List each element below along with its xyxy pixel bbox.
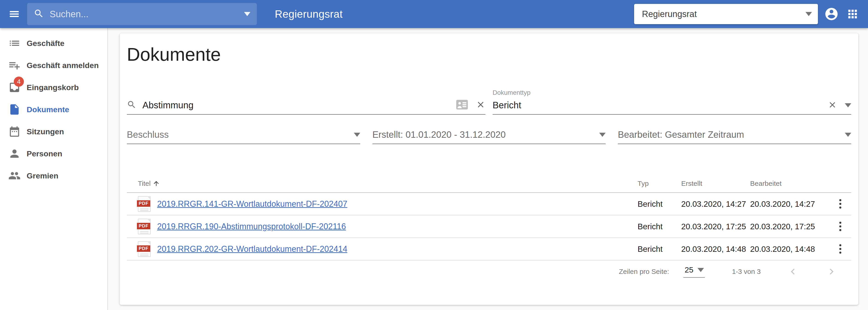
appbar: Suchen... Regierungsrat Regierungsrat [0,0,868,28]
sidebar-item-label: Personen [27,149,62,158]
sidebar-item-sitzungen[interactable]: Sitzungen [0,120,107,143]
typ-cell: Bericht [638,222,662,231]
inbox-icon: 4 [8,81,21,94]
sidebar-item-label: Gremien [27,171,58,180]
search-icon [127,100,136,110]
bearbeitet-cell: 20.03.2020, 14:27 [750,199,815,208]
rows-per-page-select[interactable]: 25 [683,265,705,278]
pdf-file-icon: PDF [138,219,151,234]
row-actions-kebab-icon[interactable] [837,243,843,255]
apps-grid-icon[interactable] [846,7,859,21]
table-header-row: Titel Typ Erstellt Bearbeitet [127,174,851,193]
pdf-file-icon: PDF [138,241,151,257]
sidebar-item-label: Geschäfte [27,39,64,48]
menu-icon[interactable] [8,7,21,21]
erstellt-dropdown-icon [599,133,606,137]
beschluss-dropdown-icon [354,133,360,137]
sort-ascending-icon[interactable] [153,180,160,187]
sidebar-item-geschaeft-anmelden[interactable]: Geschäft anmelden [0,54,107,76]
sidebar-item-eingangskorb[interactable]: 4 Eingangskorb [0,76,107,98]
bearbeitet-filter[interactable]: Bearbeitet: Gesamter Zeitraum [618,121,851,144]
rows-per-page-value: 25 [685,265,693,274]
sidebar-item-label: Eingangskorb [27,83,79,92]
clear-search-icon[interactable] [476,100,486,110]
calendar-icon [8,125,21,138]
column-header-titel[interactable]: Titel [138,179,151,188]
bearbeitet-cell: 20.03.2020, 14:48 [750,245,815,253]
tenant-select[interactable]: Regierungsrat [634,4,818,24]
bearbeitet-dropdown-icon [845,133,851,137]
typ-cell: Bericht [638,199,662,208]
document-link[interactable]: 2019.RRGR.202-GR-Wortlautdokument-DF-202… [157,244,347,254]
beschluss-placeholder: Beschluss [127,130,168,140]
list-icon [8,36,21,50]
inbox-count-badge: 4 [14,77,24,87]
document-link[interactable]: 2019.RRGR.141-GR-Wortlautdokument-DF-202… [157,199,347,209]
table-row: PDF 2019.RRGR.202-GR-Wortlautdokument-DF… [127,238,851,260]
table-row: PDF 2019.RRGR.190-Abstimmungsprotokoll-D… [127,216,851,238]
erstellt-filter[interactable]: Erstellt: 01.01.2020 - 31.12.2020 [372,121,606,144]
sidebar-item-gremien[interactable]: Gremien [0,165,107,187]
bearbeitet-filter-value: Bearbeitet: Gesamter Zeitraum [618,130,744,140]
typ-cell: Bericht [638,245,662,253]
sidebar-item-dokumente[interactable]: Dokumente [0,98,107,120]
document-icon [8,103,21,116]
sidebar-item-geschaefte[interactable]: Geschäfte [0,32,107,54]
erstellt-cell: 20.03.2020, 17:25 [681,222,746,231]
person-icon [8,147,21,160]
document-link[interactable]: 2019.RRGR.190-Abstimmungsprotokoll-DF-20… [157,222,346,231]
bearbeitet-cell: 20.03.2020, 17:25 [750,222,815,231]
rows-per-page-dropdown-icon [698,268,704,272]
global-search-input[interactable]: Suchen... [27,3,257,25]
app-title: Regierungsrat [275,8,343,20]
tenant-select-value: Regierungsrat [642,9,697,19]
next-page-icon[interactable] [825,265,838,278]
dokumenttyp-value: Bericht [493,100,521,110]
column-header-bearbeitet[interactable]: Bearbeitet [750,179,782,187]
sidebar: Geschäfte Geschäft anmelden 4 Eingangsko… [0,28,108,310]
table-row: PDF 2019.RRGR.141-GR-Wortlautdokument-DF… [127,193,851,216]
table-pagination: Zeilen pro Seite: 25 1-3 von 3 [127,260,851,283]
erstellt-cell: 20.03.2020, 14:27 [681,199,746,208]
erstellt-cell: 20.03.2020, 14:48 [681,245,746,253]
previous-page-icon[interactable] [786,265,799,278]
row-actions-kebab-icon[interactable] [837,220,843,233]
sidebar-item-label: Geschäft anmelden [27,61,99,70]
row-actions-kebab-icon[interactable] [837,197,843,210]
documents-table: Titel Typ Erstellt Bearbeitet PDF 2019.R… [127,174,851,260]
column-header-typ[interactable]: Typ [638,179,649,187]
rows-per-page-label: Zeilen pro Seite: [619,268,669,276]
pagination-range: 1-3 von 3 [732,268,761,276]
contact-card-icon[interactable] [456,100,468,110]
dokumenttyp-select[interactable]: Dokumenttyp Bericht [493,89,851,115]
clear-dokumenttyp-icon[interactable] [828,100,837,110]
document-search-field[interactable]: Abstimmung [127,89,486,115]
dokumenttyp-dropdown-icon [845,103,851,107]
account-button[interactable] [824,6,839,22]
tenant-dropdown-icon [806,12,812,16]
search-icon [34,8,44,20]
sidebar-item-personen[interactable]: Personen [0,143,107,165]
document-search-value: Abstimmung [143,100,193,110]
global-search-placeholder: Suchen... [50,9,89,19]
dokumenttyp-label: Dokumenttyp [493,89,530,96]
page-title: Dokumente [127,33,851,65]
sidebar-item-label: Dokumente [27,105,69,114]
beschluss-select[interactable]: Beschluss [127,121,360,144]
dokumente-card: Dokumente Abstimmung [120,33,858,305]
search-scope-dropdown-icon[interactable] [244,12,250,16]
pdf-file-icon: PDF [138,196,151,212]
people-icon [8,169,21,182]
column-header-erstellt[interactable]: Erstellt [681,179,702,187]
main-content: Dokumente Abstimmung [108,28,868,310]
erstellt-filter-value: Erstellt: 01.01.2020 - 31.12.2020 [372,130,506,140]
sidebar-item-label: Sitzungen [27,127,64,136]
playlist-add-icon [8,59,21,72]
